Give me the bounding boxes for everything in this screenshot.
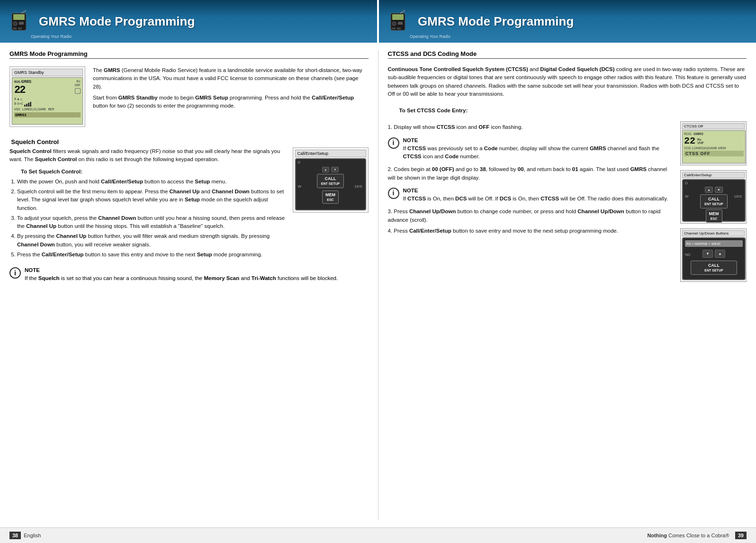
bu-label: B bbox=[14, 102, 16, 107]
ctcss-off-device: CTCSS Off ROG GMRS 22 Rx VHF bbox=[680, 121, 747, 165]
call-enter-label-right: Call/Enter/Setup bbox=[682, 172, 745, 178]
down-btn-right[interactable]: ▼ bbox=[715, 187, 723, 193]
svg-rect-12 bbox=[397, 27, 401, 29]
bar1 bbox=[24, 105, 26, 107]
footer-nothing-text: Nothing Comes Close to a Cobra® bbox=[647, 533, 735, 538]
squelch-step-5: Press the Call/Enter/Setup button to sav… bbox=[17, 251, 285, 259]
svg-rect-3 bbox=[19, 22, 24, 25]
ctcss-off-screen: ROG GMRS 22 Rx VHF VOX LOMED|H|SAME MEM … bbox=[682, 130, 746, 163]
intro-text-col: The GMRS (General Mobile Radio Service) … bbox=[93, 66, 369, 130]
call-btn[interactable]: CALLENT SETUP bbox=[317, 174, 344, 188]
right-devices-col: CTCSS Off ROG GMRS 22 Rx VHF bbox=[680, 121, 747, 282]
call-enter-setup-wrapper: Call/Enter/Setup D ▲ ▼ CALLENT SETUP MEM… bbox=[293, 147, 369, 213]
squelch-section: Squelch Control Squelch Control filters … bbox=[9, 136, 369, 289]
bar4 bbox=[30, 102, 31, 107]
header-left-title-group: GMRS Mode Programming bbox=[9, 9, 195, 33]
svg-line-13 bbox=[400, 10, 405, 13]
radio-icon-right bbox=[388, 9, 412, 33]
ctcss-note2: i NOTE If CTCSS is On, then DCS will be … bbox=[388, 185, 673, 205]
gmrs-badge: GMRS bbox=[21, 80, 32, 84]
squelch-step-4: By pressing the Channel Up button furthe… bbox=[17, 232, 285, 249]
operating-label-left: Operating Your Radio bbox=[31, 34, 72, 39]
note-icon-1: i bbox=[388, 137, 399, 149]
ctcss-off-text: CTSS OFF bbox=[684, 151, 744, 156]
ctcss-intro: Continuous Tone Controlled Squelch Syste… bbox=[388, 65, 747, 98]
svg-rect-1 bbox=[13, 14, 25, 20]
call-enter-setup-device: D ▲ ▼ CALLENT SETUP MEMESC 16/S W bbox=[295, 158, 366, 210]
vhf-label-right: VHF bbox=[697, 141, 704, 145]
nav-btn-row: ▲ ▼ bbox=[322, 167, 339, 172]
ctcss-steps: 1. Display will show CTCSS icon and OFF … bbox=[388, 123, 673, 235]
bar3 bbox=[28, 103, 29, 107]
header-title-right: GMRS Mode Programming bbox=[418, 14, 574, 29]
squelch-note-box: i NOTE If the Squelch is set so that you… bbox=[9, 264, 369, 285]
call-btn-channel[interactable]: CALLENT SETUP bbox=[691, 261, 737, 275]
device-d-label: D bbox=[298, 160, 301, 164]
uc-label: U▪C bbox=[17, 102, 23, 107]
ctcss-vox-row: VOX LOMED|H|SAME MEM bbox=[684, 146, 744, 150]
channel-btn-row: ▼ ▲ bbox=[685, 250, 743, 258]
svg-rect-10 bbox=[398, 22, 403, 25]
gmrs-standby-image-col: GMRS Standby ROG GMRS 22 Rx bbox=[9, 66, 85, 130]
rog-label: ROG bbox=[684, 132, 692, 136]
gmrs-icons-right: Rx VHF bbox=[74, 80, 81, 94]
gmrs-badge-right: GMRS bbox=[693, 132, 703, 136]
operating-label-right: Operating Your Radio bbox=[410, 34, 450, 39]
vhf-icon: VHF bbox=[74, 83, 81, 87]
squelch-steps-list: With the power On, push and hold Call/En… bbox=[9, 178, 285, 259]
ctcss-step-2: 2. Codes begin at 00 (OFF) and go to 38,… bbox=[388, 165, 673, 205]
header-right: GMRS Mode Programming Operating Your Rad… bbox=[379, 0, 756, 43]
gmrs-bottom-bar: GMRS1 bbox=[14, 112, 81, 118]
channel-up-btn[interactable]: ▲ bbox=[715, 250, 725, 258]
note-icon-left: i bbox=[9, 267, 21, 279]
ctcss-step-3: 3. Press Channel Up/Down button to chang… bbox=[388, 208, 673, 224]
signal-bars bbox=[24, 102, 31, 107]
mem-btn[interactable]: MEMESC bbox=[322, 190, 339, 204]
intro-layout: GMRS Standby ROG GMRS 22 Rx bbox=[9, 66, 369, 130]
ctcss-right-icons: Rx VHF bbox=[697, 138, 704, 145]
ctcss-digits: 22 bbox=[684, 136, 695, 146]
d-label-right: D bbox=[685, 181, 688, 185]
ctcss-note1-text: NOTE If CTCSS was previously set to a Co… bbox=[403, 136, 673, 161]
a-label: A bbox=[14, 97, 16, 101]
mem-btn-right[interactable]: MEMESC bbox=[706, 209, 722, 223]
ctcss-screen-row2: 22 Rx VHF bbox=[684, 136, 744, 146]
svg-point-2 bbox=[13, 22, 17, 26]
gmrs-standby-label: GMRS Standby bbox=[12, 69, 83, 76]
svg-rect-5 bbox=[18, 27, 22, 29]
call-btn-right[interactable]: CALLENT SETUP bbox=[700, 194, 727, 208]
up-btn-right[interactable]: ▲ bbox=[705, 187, 713, 193]
ctcss-set-title: To Set CTCSS Code Entry: bbox=[399, 107, 747, 115]
call-setup-device-right: Call/Enter/Setup D W ▲ ▼ CALLENT SETUP M… bbox=[680, 170, 747, 224]
16s-label-right: 16/S bbox=[734, 194, 742, 199]
device-buttons: ▲ ▼ CALLENT SETUP MEMESC bbox=[317, 167, 344, 204]
svg-rect-4 bbox=[13, 27, 17, 29]
ctcss-off-label: CTCSS Off bbox=[682, 123, 745, 129]
call-setup-body-right: D W ▲ ▼ CALLENT SETUP MEMESC 16/S bbox=[682, 179, 746, 222]
footer-english-text: English bbox=[24, 533, 41, 538]
svg-rect-8 bbox=[392, 14, 404, 20]
squelch-step-3: To adjust your squelch, press the Channe… bbox=[17, 214, 285, 231]
squelch-step-2: Squelch control will be the first menu i… bbox=[17, 188, 285, 212]
header-divider bbox=[377, 0, 379, 43]
gmrs-row1: ROG GMRS bbox=[14, 80, 81, 84]
squelch-text-col: Squelch Control filters weak signals and… bbox=[9, 147, 285, 261]
squelch-header: Squelch Control bbox=[9, 138, 369, 145]
channel-down-btn[interactable]: ▼ bbox=[702, 250, 713, 258]
rs-marine-row: RS + MARINE + WEAT bbox=[685, 240, 743, 247]
bar2 bbox=[26, 104, 27, 107]
footer-right: Nothing Comes Close to a Cobra® 39 bbox=[647, 533, 747, 538]
device-w-label: W bbox=[298, 184, 302, 189]
gmrs-standby-inner: ROG GMRS 22 Rx VHF bbox=[12, 78, 82, 119]
down-btn[interactable]: ▼ bbox=[331, 167, 339, 172]
nav-btns-right: ▲ ▼ bbox=[705, 187, 723, 193]
page-number-left: 38 bbox=[9, 532, 21, 539]
up-btn[interactable]: ▲ bbox=[322, 167, 330, 172]
svg-rect-11 bbox=[392, 27, 396, 29]
intro-paragraph: The GMRS (General Mobile Radio Service) … bbox=[93, 66, 369, 91]
note-icon-2: i bbox=[388, 188, 399, 199]
ctcss-screen-row1: ROG GMRS bbox=[684, 132, 744, 136]
ctcss-note1: i NOTE If CTCSS was previously set to a … bbox=[388, 135, 673, 163]
device-number: 16/S bbox=[354, 184, 362, 189]
gmrs-row2: 22 bbox=[14, 84, 81, 96]
